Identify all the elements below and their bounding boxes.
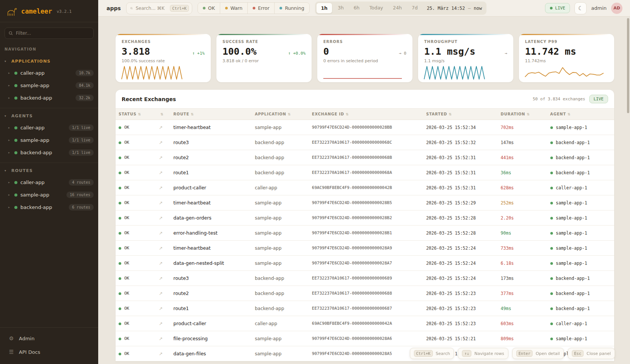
table-row[interactable]: OK ↗ error-handling-test sample-app 9079… — [116, 226, 614, 241]
table-row[interactable]: OK ↗ file-processing sample-app 90799F47… — [116, 331, 614, 346]
time-range-today[interactable]: Today — [365, 3, 388, 14]
sidebar-group-agents[interactable]: ▾ AGENTS — [0, 111, 98, 121]
chevron-right-icon: ▸ — [8, 96, 11, 100]
table-row[interactable]: OK ↗ route1 backend-app EE7322370A10617-… — [116, 165, 614, 180]
trend-cell[interactable]: ↗ — [156, 301, 170, 316]
chevron-right-icon: ▸ — [8, 71, 11, 75]
status-filter-ok[interactable]: OK — [198, 3, 220, 14]
status-filter-running[interactable]: Running — [275, 3, 309, 14]
time-range-7d[interactable]: 7d — [407, 3, 422, 14]
trend-cell[interactable]: ↗ — [156, 226, 170, 241]
sidebar-item-backend-app[interactable]: ▸ backend-app 1/1 live — [0, 146, 98, 159]
status-cell: OK — [116, 165, 156, 180]
table-row[interactable]: OK ↗ timer-heartbeat sample-app 90799F47… — [116, 241, 614, 256]
time-range-24h[interactable]: 24h — [388, 3, 406, 14]
column-header-exchange-id[interactable]: EXCHANGE ID⇅ — [309, 109, 423, 120]
table-row[interactable]: OK ↗ product-caller caller-app 69AC90BF8… — [116, 180, 614, 195]
avatar[interactable]: AD — [611, 3, 622, 14]
duration-cell: 809ms — [498, 331, 547, 346]
table-row[interactable]: OK ↗ route2 backend-app EE7322370A10617-… — [116, 286, 614, 301]
agent-dot-icon — [550, 187, 553, 189]
status-filter-warn[interactable]: Warn — [220, 3, 248, 14]
column-header-started[interactable]: STARTED⇅ — [423, 109, 497, 120]
trend-arrow-icon: ↗ — [159, 140, 163, 145]
trend-cell[interactable]: ↗ — [156, 256, 170, 271]
scrollbar-thumb[interactable] — [627, 18, 629, 113]
global-search[interactable]: Ctrl+K — [126, 2, 192, 14]
status-cell: OK — [116, 331, 156, 346]
trend-cell[interactable]: ↗ — [156, 316, 170, 331]
metric-delta: → 0 — [399, 51, 406, 56]
agent-cell: sample-app-1 — [547, 226, 614, 241]
sidebar-footer-api-docs[interactable]: ☰ API Docs — [0, 345, 98, 359]
table-row[interactable]: OK ↗ data-gen-orders sample-app 90799F47… — [116, 210, 614, 226]
column-header-status[interactable]: STATUS⇅ — [116, 109, 156, 120]
time-range-1h[interactable]: 1h — [316, 3, 333, 14]
ok-dot-icon — [119, 202, 121, 204]
time-range-6h[interactable]: 6h — [349, 3, 364, 14]
column-header-agent[interactable]: AGENT⇅ — [547, 109, 614, 120]
table-row[interactable]: OK ↗ data-gen-nested-split sample-app 90… — [116, 256, 614, 271]
sidebar-item-caller-app[interactable]: ▸ caller-app 1/1 live — [0, 121, 98, 134]
table-row[interactable]: OK ↗ route1 backend-app EE7322370A10617-… — [116, 301, 614, 316]
ok-dot-icon — [119, 217, 121, 220]
sidebar-item-caller-app[interactable]: ▸ caller-app 10.7k — [0, 67, 98, 79]
route-cell: route1 — [170, 165, 252, 180]
started-cell: 2026-03-25 15:52:28 — [423, 210, 497, 226]
time-range-3h[interactable]: 3h — [333, 3, 348, 14]
table-row[interactable]: OK ↗ route2 backend-app EE7322370A10617-… — [116, 150, 614, 165]
keyboard-hints: Ctrl+K Search ↑↓ Navigate rows Enter Ope… — [410, 348, 615, 359]
sidebar-item-backend-app[interactable]: ▸ backend-app 32.2k — [0, 92, 98, 104]
trend-cell[interactable]: ↗ — [156, 271, 170, 286]
sidebar-item-caller-app[interactable]: ▸ caller-app 4 routes — [0, 176, 98, 189]
status-filter-error[interactable]: Error — [248, 3, 275, 14]
ok-dot-icon — [119, 247, 121, 250]
sidebar-filter[interactable] — [5, 28, 94, 39]
column-header-trend[interactable]: ⇅ — [156, 109, 170, 120]
table-row[interactable]: OK ↗ timer-heartbeat sample-app 90799F47… — [116, 195, 614, 210]
search-input[interactable] — [136, 6, 167, 11]
recent-exchanges-panel: Recent Exchanges 50 of 3.834 exchanges L… — [116, 90, 614, 361]
hint-label: Navigate rows — [474, 351, 504, 356]
theme-toggle-button[interactable]: ☾ — [574, 2, 587, 14]
column-header-duration[interactable]: DURATION⇅ — [498, 109, 547, 120]
trend-cell[interactable]: ↗ — [156, 210, 170, 226]
trend-cell[interactable]: ↗ — [156, 346, 170, 361]
sidebar-item-sample-app[interactable]: ▸ sample-app 1/1 live — [0, 134, 98, 146]
agent-dot-icon — [550, 323, 553, 325]
trend-cell[interactable]: ↗ — [156, 241, 170, 256]
table-row[interactable]: OK ↗ timer-heartbeat sample-app 90799F47… — [116, 120, 614, 135]
filter-input[interactable] — [16, 31, 90, 36]
status-cell: OK — [116, 271, 156, 286]
trend-cell[interactable]: ↗ — [156, 135, 170, 150]
hint-label: Open detail — [536, 351, 560, 356]
table-row[interactable]: OK ↗ route3 backend-app EE7322370A10617-… — [116, 135, 614, 150]
column-header-route[interactable]: ROUTE⇅ — [170, 109, 252, 120]
sidebar-item-sample-app[interactable]: ▸ sample-app 16 routes — [0, 189, 98, 201]
table-row[interactable]: OK ↗ product-caller caller-app 69AC90BF8… — [116, 316, 614, 331]
trend-cell[interactable]: ↗ — [156, 165, 170, 180]
sidebar-item-sample-app[interactable]: ▸ sample-app 84.1k — [0, 79, 98, 92]
trend-cell[interactable]: ↗ — [156, 120, 170, 135]
status-filter-label: Warn — [230, 5, 242, 11]
sidebar-item-backend-app[interactable]: ▸ backend-app 6 routes — [0, 201, 98, 213]
started-cell: 2026-03-25 15:52:29 — [423, 195, 497, 210]
trend-cell[interactable]: ↗ — [156, 286, 170, 301]
trend-cell[interactable]: ↗ — [156, 180, 170, 195]
sidebar-group-applications[interactable]: ▾ APPLICATIONS — [0, 56, 98, 67]
table-row[interactable]: OK ↗ route3 backend-app EE7322370A10617-… — [116, 271, 614, 286]
exchange-id-cell: EE7322370A10617-000000000000068C — [309, 135, 423, 150]
trend-cell[interactable]: ↗ — [156, 331, 170, 346]
sidebar-group-routes[interactable]: ▾ ROUTES — [0, 165, 98, 176]
column-header-application[interactable]: APPLICATION⇅ — [252, 109, 309, 120]
sparkline-chart — [321, 64, 404, 80]
agent-cell: sample-app-1 — [547, 331, 614, 346]
status-cell: OK — [116, 286, 156, 301]
application-cell: caller-app — [252, 316, 309, 331]
live-badge[interactable]: LIVE — [545, 3, 570, 13]
exchange-id-cell: 90799F47E6CD24D-00000000000028A9 — [309, 241, 423, 256]
sidebar-footer-admin[interactable]: ⚙ Admin — [0, 332, 98, 345]
sidebar-item-label: sample-app — [20, 83, 73, 88]
trend-cell[interactable]: ↗ — [156, 150, 170, 165]
trend-cell[interactable]: ↗ — [156, 195, 170, 210]
